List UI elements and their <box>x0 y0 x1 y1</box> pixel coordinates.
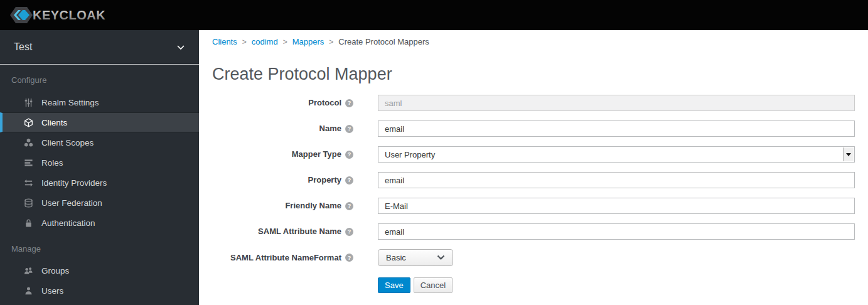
saml-attribute-name-input[interactable] <box>378 223 855 240</box>
property-input[interactable] <box>378 172 855 188</box>
breadcrumb: Clients > codimd > Mappers > Create Prot… <box>199 30 868 48</box>
page-title: Create Protocol Mapper <box>212 62 868 86</box>
sidebar-item-authentication[interactable]: Authentication <box>0 213 199 233</box>
help-icon[interactable]: ? <box>345 125 353 133</box>
breadcrumb-separator-icon: > <box>242 36 247 48</box>
saml-attribute-name-label: SAML Attribute Name <box>258 223 341 240</box>
form-actions: Save Cancel <box>378 277 868 293</box>
cancel-button[interactable]: Cancel <box>414 277 453 293</box>
name-input[interactable] <box>378 120 855 137</box>
sidebar-item-groups[interactable]: Groups <box>0 260 199 281</box>
name-label: Name <box>319 120 341 137</box>
form-row-saml-attribute-name: SAML Attribute Name ? <box>199 223 868 240</box>
breadcrumb-clients-link[interactable]: Clients <box>212 36 237 48</box>
sidebar-item-users[interactable]: Users <box>0 281 199 301</box>
form-row-property: Property ? <box>199 172 868 188</box>
sidebar-item-label: Groups <box>41 266 69 276</box>
sidebar-item-client-scopes[interactable]: Client Scopes <box>0 132 199 152</box>
chevron-down-icon <box>437 255 445 260</box>
saml-attribute-nameformat-label: SAML Attribute NameFormat <box>230 250 341 266</box>
database-icon <box>23 198 33 208</box>
user-icon <box>23 286 33 296</box>
help-icon[interactable]: ? <box>345 254 353 262</box>
breadcrumb-separator-icon: > <box>283 36 287 48</box>
nameformat-select[interactable]: Basic <box>378 249 453 266</box>
chevron-down-icon <box>176 45 185 50</box>
exchange-arrows-icon <box>23 178 33 188</box>
sidebar-item-label: Authentication <box>41 218 95 228</box>
sidebar-item-label: Roles <box>41 158 63 168</box>
sidebar-item-realm-settings[interactable]: Realm Settings <box>0 92 199 112</box>
form-row-name: Name ? <box>199 120 868 137</box>
breadcrumb-current-page: Create Protocol Mappers <box>338 36 429 48</box>
sidebar-item-identity-providers[interactable]: Identity Providers <box>0 173 199 193</box>
sidebar-item-label: Client Scopes <box>41 138 94 147</box>
breadcrumb-codimd-link[interactable]: codimd <box>252 36 278 48</box>
help-icon[interactable]: ? <box>345 99 353 107</box>
top-navbar: KEYCLOAK <box>0 0 868 30</box>
property-label: Property <box>308 172 341 188</box>
nameformat-selected-value: Basic <box>386 253 406 262</box>
roles-list-icon <box>23 158 33 168</box>
help-icon[interactable]: ? <box>345 228 353 236</box>
sidebar-item-user-federation[interactable]: User Federation <box>0 193 199 213</box>
sidebar-item-clients[interactable]: Clients <box>0 112 199 132</box>
protocol-input <box>378 95 855 111</box>
realm-selector[interactable]: Test <box>0 30 199 65</box>
help-icon[interactable]: ? <box>345 176 353 185</box>
save-button[interactable]: Save <box>378 277 410 293</box>
cubes-icon <box>23 137 33 147</box>
sidebar-item-label: Clients <box>41 118 67 127</box>
form-row-protocol: Protocol ? <box>199 95 868 111</box>
main-content: Clients > codimd > Mappers > Create Prot… <box>199 30 868 305</box>
protocol-mapper-form: Protocol ? Name ? Mapper Type <box>199 95 868 293</box>
keycloak-logo: KEYCLOAK <box>10 5 117 25</box>
help-icon[interactable]: ? <box>345 202 353 210</box>
sidebar-section-configure: Configure <box>0 65 199 92</box>
sliders-icon <box>23 97 33 107</box>
breadcrumb-mappers-link[interactable]: Mappers <box>292 36 324 48</box>
mapper-type-selected-value: User Property <box>385 150 435 159</box>
sidebar-item-label: User Federation <box>41 198 102 208</box>
friendly-name-input[interactable] <box>378 198 855 214</box>
mapper-type-select[interactable]: User Property <box>378 146 855 163</box>
form-row-mapper-type: Mapper Type ? User Property <box>199 146 868 163</box>
friendly-name-label: Friendly Name <box>285 198 341 214</box>
sidebar-item-label: Identity Providers <box>41 178 107 188</box>
form-row-saml-attribute-nameformat: SAML Attribute NameFormat ? Basic <box>199 249 868 266</box>
realm-name: Test <box>14 41 32 53</box>
dropdown-arrow-icon[interactable] <box>843 147 854 161</box>
protocol-label: Protocol <box>308 95 341 111</box>
groups-icon <box>23 265 33 276</box>
sidebar-item-label: Realm Settings <box>41 98 99 107</box>
breadcrumb-separator-icon: > <box>329 36 333 48</box>
sidebar-section-manage: Manage <box>0 233 199 260</box>
mapper-type-label: Mapper Type <box>292 146 341 163</box>
help-icon[interactable]: ? <box>345 151 353 159</box>
lock-icon <box>23 218 33 228</box>
sidebar-item-label: Users <box>41 286 63 296</box>
sidebar: Test Configure Realm Settings <box>0 30 199 305</box>
cube-icon <box>23 117 33 127</box>
form-row-friendly-name: Friendly Name ? <box>199 198 868 214</box>
logo-wordmark: KEYCLOAK <box>33 8 105 22</box>
sidebar-item-roles[interactable]: Roles <box>0 152 199 173</box>
